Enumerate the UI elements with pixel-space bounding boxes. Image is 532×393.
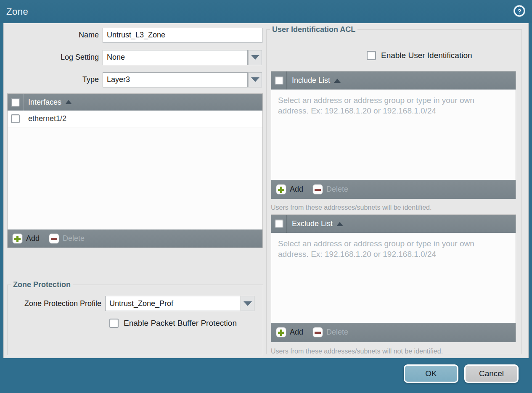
dialog-titlebar: Zone [0,0,532,23]
exclude-list-header: Exclude List [271,215,516,233]
plus-icon [276,184,286,195]
table-row[interactable]: ethernet1/2 [8,111,262,127]
exclude-list-column-header[interactable]: Exclude List [287,219,343,228]
log-setting-row: Log Setting None [7,50,266,65]
name-input[interactable]: Untrust_L3_Zone [103,28,262,43]
include-list-column-label: Include List [292,76,330,85]
delete-button[interactable]: Delete [312,327,348,338]
add-button-label: Add [290,185,303,194]
packet-buffer-protection-checkbox[interactable] [109,319,119,328]
minus-icon [312,327,323,338]
chevron-down-icon [244,301,252,306]
include-select-all-cell [271,71,287,90]
zone-dialog-body: Name Untrust_L3_Zone Log Setting None Ty… [3,23,529,358]
zone-protection-profile-label: Zone Protection Profile [8,299,105,308]
sort-ascending-icon [65,100,72,104]
include-select-all-checkbox[interactable] [275,76,283,85]
delete-button-label: Delete [326,328,348,337]
zone-protection-legend: Zone Protection [11,280,73,289]
type-row: Type Layer3 [7,72,266,87]
minus-icon [49,233,59,244]
exclude-list-caption: Users from these addresses/subnets will … [271,348,443,355]
chevron-down-icon [251,55,259,60]
sort-ascending-icon [336,222,343,226]
interfaces-select-all-checkbox[interactable] [11,98,20,107]
enable-user-identification-row: Enable User Identification [367,51,472,60]
zone-protection-profile-input[interactable]: Untrust_Zone_Prof [105,296,240,311]
interface-name: ethernet1/2 [23,114,66,123]
user-identification-acl-section: User Identification ACL Enable User Iden… [266,25,522,354]
type-input[interactable]: Layer3 [103,72,248,87]
delete-button[interactable]: Delete [312,184,348,195]
packet-buffer-protection-row: Enable Packet Buffer Protection [109,319,263,328]
interfaces-column-label: Interfaces [28,98,61,107]
interfaces-column-header[interactable]: Interfaces [23,98,72,107]
log-setting-dropdown-button[interactable] [248,50,262,65]
include-list-placeholder: Select an address or address group or ty… [271,90,511,122]
help-icon-glyph: ? [513,5,526,17]
add-button[interactable]: Add [12,233,40,244]
row-checkbox-cell [8,111,23,127]
zone-protection-profile-dropdown-button[interactable] [241,296,254,311]
include-list-header: Include List [271,71,516,90]
plus-icon [12,233,23,244]
exclude-list-placeholder: Select an address or address group or ty… [271,233,511,265]
help-icon[interactable]: ? [513,5,526,17]
cancel-button[interactable]: Cancel [464,364,519,383]
include-list-body[interactable]: Select an address or address group or ty… [271,90,516,181]
exclude-select-all-cell [271,215,287,233]
ok-button[interactable]: OK [404,364,458,383]
exclude-list-column-label: Exclude List [292,219,333,228]
delete-button-label: Delete [63,234,85,243]
zone-protection-profile-row: Zone Protection Profile Untrust_Zone_Pro… [8,296,263,311]
interfaces-table-body: ethernet1/2 [8,111,262,230]
log-setting-input[interactable]: None [103,50,248,65]
enable-user-identification-label: Enable User Identification [381,51,472,60]
chevron-down-icon [251,77,259,82]
dialog-title: Zone [6,6,28,17]
exclude-list-body[interactable]: Select an address or address group or ty… [271,233,516,324]
add-button[interactable]: Add [276,327,303,338]
include-list-footer: Add Delete [271,180,516,199]
packet-buffer-protection-label: Enable Packet Buffer Protection [124,319,237,328]
type-dropdown-button[interactable] [248,72,262,87]
interfaces-table: Interfaces ethernet1/2 Add Delete [7,93,263,248]
add-button[interactable]: Add [276,184,303,195]
minus-icon [312,184,323,195]
interfaces-table-footer: Add Delete [8,229,262,248]
row-checkbox[interactable] [11,114,20,123]
zone-dialog-screen: { "window": { "title": "Zone" }, "form":… [0,0,532,393]
name-label: Name [7,31,103,40]
delete-button-label: Delete [326,185,348,194]
zone-form: Name Untrust_L3_Zone Log Setting None Ty… [7,27,266,94]
exclude-list-footer: Add Delete [271,323,516,342]
zone-protection-section: Zone Protection Zone Protection Profile … [7,280,263,355]
name-row: Name Untrust_L3_Zone [7,27,266,43]
interfaces-table-header: Interfaces [8,94,262,111]
svg-text:?: ? [517,8,521,15]
add-button-label: Add [290,328,303,337]
exclude-list-table: Exclude List Select an address or addres… [271,214,516,342]
include-list-column-header[interactable]: Include List [287,76,341,85]
log-setting-label: Log Setting [7,53,103,62]
include-list-caption: Users from these addresses/subnets will … [271,204,431,211]
enable-user-identification-checkbox[interactable] [367,51,376,60]
interfaces-select-all-cell [8,94,23,111]
delete-button[interactable]: Delete [49,233,85,244]
type-label: Type [7,75,103,84]
add-button-label: Add [26,234,40,243]
plus-icon [276,327,286,338]
sort-ascending-icon [334,79,341,83]
user-identification-acl-legend: User Identification ACL [270,25,357,34]
include-list-table: Include List Select an address or addres… [271,71,516,199]
exclude-select-all-checkbox[interactable] [275,219,283,228]
